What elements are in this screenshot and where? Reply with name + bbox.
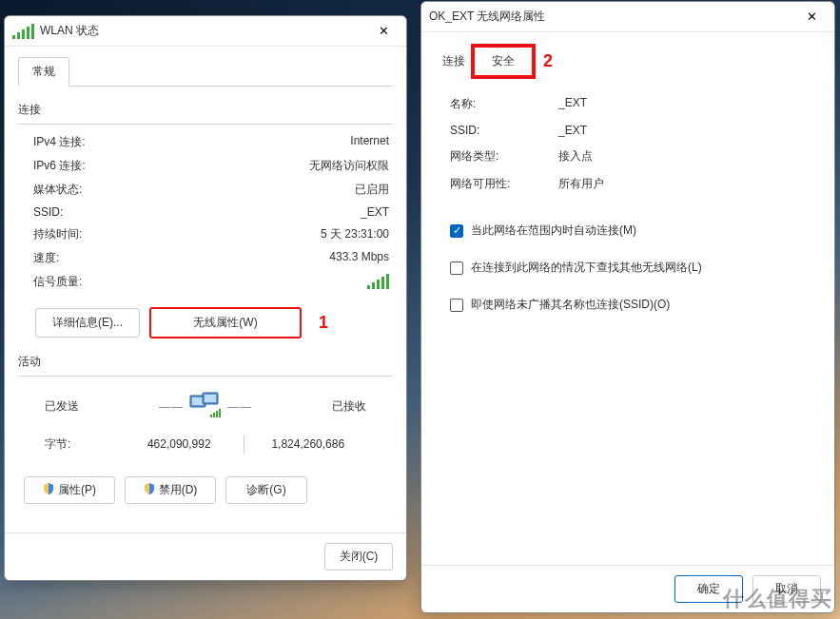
media-value: 已启用 [138,182,393,198]
dialog-footer: 确定 取消 [421,565,834,612]
bytes-label: 字节: [45,436,121,453]
name-value: _EXT [558,96,821,112]
annotation-2: 2 [543,51,553,71]
wifi-icon [12,24,34,39]
row-quality: 信号质量: [18,270,393,296]
wireless-properties-button[interactable]: 无线属性(W) [149,307,302,339]
avail-value: 所有用户 [558,176,821,192]
row-speed: 速度: 433.3 Mbps [18,246,393,270]
row-ipv6: IPv6 连接: 无网络访问权限 [18,154,393,178]
ssid-label: SSID: [435,124,558,137]
row-name: 名称: _EXT [435,90,821,118]
svg-rect-4 [210,415,212,417]
close-icon[interactable]: ✕ [366,18,400,45]
annotation-1: 1 [319,313,328,333]
nettype-value: 接入点 [558,148,821,164]
ok-button[interactable]: 确定 [674,575,743,603]
wireless-properties-dialog: OK_EXT 无线网络属性 ✕ 连接 安全 2 名称: _EXT SSID: _… [420,1,835,613]
diagnose-button[interactable]: 诊断(G) [225,476,307,504]
shield-icon [43,483,54,497]
sent-label: 已发送 [45,398,79,415]
name-label: 名称: [435,96,558,112]
svg-rect-6 [216,411,218,417]
duration-value: 5 天 23:31:00 [138,226,393,242]
nettype-label: 网络类型: [435,148,558,164]
titlebar[interactable]: WLAN 状态 ✕ [5,16,406,47]
titlebar[interactable]: OK_EXT 无线网络属性 ✕ [421,2,834,32]
activity-panel: 已发送 —— —— [24,386,387,457]
signal-strength-icon [367,274,389,289]
shield-icon [144,483,155,497]
sent-bytes: 462,090,992 [121,437,238,451]
checkbox-icon[interactable] [450,261,463,275]
row-ipv4: IPv4 连接: Internet [18,130,393,154]
svg-rect-3 [205,395,216,402]
title-text: OK_EXT 无线网络属性 [429,9,545,25]
tab-security[interactable]: 安全 [473,46,534,77]
media-label: 媒体状态: [33,182,138,198]
disable-button[interactable]: 禁用(D) [125,476,216,504]
svg-rect-1 [192,397,204,405]
svg-rect-5 [213,413,215,417]
separator [244,435,244,454]
computers-icon [189,392,222,421]
ssid-value: _EXT [558,124,821,137]
checkbox-label: 即使网络未广播其名称也连接(SSID)(O) [471,297,670,313]
dialog-title: OK_EXT 无线网络属性 [429,9,794,25]
dash-icon: —— [159,400,184,414]
checkbox-icon[interactable] [450,299,463,312]
ipv6-value: 无网络访问权限 [138,158,393,174]
row-availability: 网络可用性: 所有用户 [435,170,821,198]
details-button[interactable]: 详细信息(E)... [35,308,140,338]
checkbox-auto-connect[interactable]: ✓ 当此网络在范围内时自动连接(M) [435,217,821,244]
recv-bytes: 1,824,260,686 [250,437,367,451]
row-ssid: SSID: _EXT [18,202,393,222]
ipv4-label: IPv4 连接: [33,134,138,150]
row-ssid: SSID: _EXT [435,118,821,143]
dialog-title: WLAN 状态 [12,23,366,39]
ssid-value: _EXT [138,205,393,219]
checkbox-label: 当此网络在范围内时自动连接(M) [471,222,636,239]
speed-label: 速度: [33,250,138,266]
cancel-button[interactable]: 取消 [752,575,821,603]
close-button[interactable]: 关闭(C) [324,543,393,571]
close-icon[interactable]: ✕ [794,4,829,30]
properties-button[interactable]: 属性(P) [24,476,115,504]
row-media: 媒体状态: 已启用 [18,178,393,202]
row-duration: 持续时间: 5 天 23:31:00 [18,222,393,246]
tabbar: 常规 [18,56,393,87]
tab-connection[interactable]: 连接 [435,49,473,73]
ssid-label: SSID: [33,205,138,219]
section-connection-header: 连接 [18,102,393,118]
disable-label: 禁用(D) [159,482,198,498]
wlan-status-dialog: WLAN 状态 ✕ 常规 连接 IPv4 连接: Internet IPv6 连… [4,15,407,581]
quality-label: 信号质量: [33,274,138,292]
ipv4-value: Internet [138,134,393,150]
checkbox-connect-hidden[interactable]: 即使网络未广播其名称也连接(SSID)(O) [435,291,821,319]
row-nettype: 网络类型: 接入点 [435,143,821,170]
checkbox-look-other[interactable]: 在连接到此网络的情况下查找其他无线网络(L) [435,254,821,281]
properties-label: 属性(P) [58,482,96,498]
svg-rect-7 [219,409,221,417]
ipv6-label: IPv6 连接: [33,158,138,174]
speed-value: 433.3 Mbps [138,250,393,266]
section-activity-header: 活动 [18,354,393,370]
dash-icon: —— [227,400,252,414]
recv-label: 已接收 [332,398,366,415]
quality-value [138,274,393,292]
diagnose-label: 诊断(G) [246,482,285,498]
dialog-footer: 关闭(C) [5,532,406,580]
tab-general[interactable]: 常规 [18,57,69,87]
checkbox-label: 在连接到此网络的情况下查找其他无线网络(L) [471,260,702,276]
duration-label: 持续时间: [33,226,138,242]
checkbox-icon[interactable]: ✓ [450,224,463,238]
title-text: WLAN 状态 [40,23,99,39]
avail-label: 网络可用性: [435,176,558,192]
